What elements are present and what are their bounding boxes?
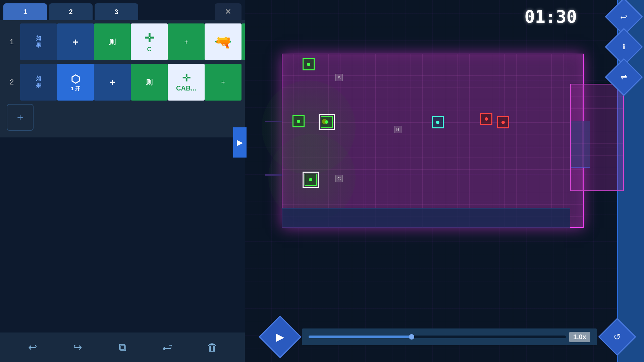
cab-crosshair-icon: ✛ [182, 72, 191, 84]
robot-selected [319, 114, 335, 130]
play-button[interactable]: ▶ [259, 315, 301, 358]
tab-close-button[interactable]: ✕ [215, 3, 241, 20]
gun-cell-1[interactable]: 🔫 [205, 23, 241, 60]
left-panel: 1 2 3 ✕ 1 如 果 + 则 ✛ C [0, 0, 245, 362]
paste-button[interactable]: ⮐ [154, 336, 181, 359]
circuit-line-2 [265, 174, 282, 176]
add-rule-button[interactable]: + [7, 104, 34, 131]
collapse-panel-button[interactable]: ▶ [233, 127, 247, 158]
cab-label: CAB... [176, 84, 196, 92]
map-label-b: B [394, 126, 401, 133]
rules-area: 1 如 果 + 则 ✛ C + 🔫 [0, 20, 245, 138]
robot-mid-left [292, 115, 305, 128]
map-label-a: A [335, 74, 343, 81]
speed-fill [309, 336, 412, 338]
rule-row-2: 2 如 果 ⬡ 1 开 + 则 ✛ CAB... [3, 64, 241, 101]
condition-plus-2[interactable]: + [94, 64, 131, 101]
robot-bottom-selected [303, 172, 319, 188]
circuit-line-1 [265, 121, 282, 122]
condition-plus-1[interactable]: + [57, 23, 94, 60]
robot-teal-right [431, 116, 444, 129]
robot-red-2 [496, 116, 510, 129]
if-bottom-1: 果 [36, 42, 41, 49]
delete-button[interactable]: 🗑 [199, 336, 226, 359]
speed-track[interactable] [309, 336, 566, 338]
action-plus-1[interactable]: + [168, 23, 205, 60]
if-label-1: 如 果 [20, 23, 57, 60]
speed-slider-container: 1.0x [302, 328, 597, 345]
speed-label: 1.0x [569, 332, 590, 342]
map-extension-1 [570, 84, 624, 191]
game-area: 01:30 ⮐ ℹ ⇌ A B C [245, 0, 644, 362]
undo-button[interactable]: ↩ [19, 336, 46, 359]
condition-cell-2[interactable]: ⬡ 1 开 [57, 64, 94, 101]
tab-3[interactable]: 3 [95, 3, 138, 20]
layers-icon-2: ⬡ [71, 73, 80, 85]
rule-number-2: 2 [3, 64, 20, 101]
map-label-c: C [335, 175, 343, 182]
collapse-arrow-icon: ▶ [237, 138, 243, 147]
enter-icon: ⮐ [620, 12, 628, 21]
right-control-buttons: ⮐ ℹ ⇌ [610, 3, 637, 90]
tab-1[interactable]: 1 [3, 3, 47, 20]
tab-2[interactable]: 2 [49, 3, 93, 20]
if-top-1: 如 [36, 35, 41, 42]
right-btn-3[interactable]: ⇌ [605, 58, 643, 96]
crosshair-icon-1: ✛ [144, 31, 154, 45]
then-label-2: 则 [131, 64, 168, 101]
bottom-controls: ▶ 1.0x ↺ [265, 322, 631, 352]
action-cab-2[interactable]: ✛ CAB... [168, 64, 205, 101]
then-label-1: 则 [94, 23, 131, 60]
bottom-toolbar: ↩ ↪ ⧉ ⮐ 🗑 [0, 332, 245, 362]
game-timer: 01:30 [524, 7, 577, 27]
reset-icon: ↺ [613, 332, 621, 342]
robot-red-1 [480, 112, 493, 126]
tab-bar: 1 2 3 ✕ [0, 0, 245, 20]
reset-button[interactable]: ↺ [598, 318, 636, 356]
map-area: A B C [265, 20, 604, 322]
action-plus-2[interactable]: + [205, 64, 241, 101]
action-c-1[interactable]: ✛ C [131, 23, 168, 60]
if-top-2: 如 [36, 75, 41, 82]
swap-icon: ⇌ [621, 73, 627, 81]
bottom-connector [282, 208, 570, 228]
grid-map: A B C [282, 54, 584, 228]
if-bottom-2: 果 [36, 82, 41, 89]
rule-row-1: 1 如 果 + 则 ✛ C + 🔫 [3, 23, 241, 60]
if-label-2: 如 果 [20, 64, 57, 101]
redo-button[interactable]: ↪ [64, 336, 91, 359]
copy-button[interactable]: ⧉ [109, 336, 136, 359]
play-icon: ▶ [276, 330, 284, 343]
gun-icon-1: 🔫 [214, 34, 232, 50]
info-icon: ℹ [623, 43, 625, 51]
robot-top [302, 58, 315, 71]
condition-label-2: 1 开 [71, 85, 80, 92]
rule-number-1: 1 [3, 23, 20, 60]
c-label-1: C [147, 46, 152, 53]
speed-thumb[interactable] [409, 334, 414, 340]
